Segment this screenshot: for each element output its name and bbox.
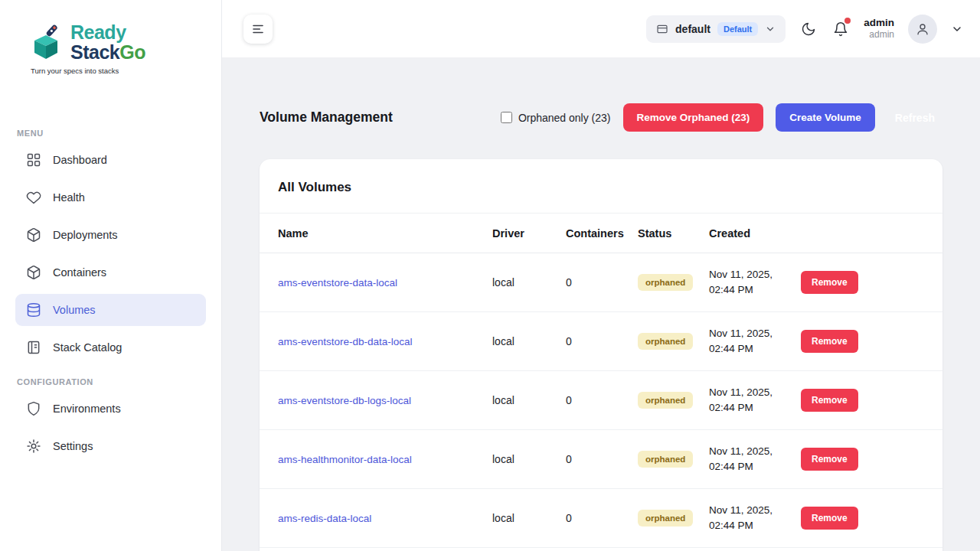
status-badge: orphaned — [638, 392, 693, 409]
sidebar-toggle-button[interactable] — [243, 15, 273, 44]
table-header-row: Name Driver Containers Status Created — [260, 214, 942, 253]
remove-orphaned-button[interactable]: Remove Orphaned (23) — [623, 103, 764, 132]
environment-name: default — [675, 23, 710, 35]
theme-toggle-button[interactable] — [799, 20, 818, 38]
orphaned-only-checkbox[interactable] — [501, 112, 512, 123]
sidebar-item-label: Settings — [53, 440, 93, 452]
volume-name-link[interactable]: ams-redis-data-local — [278, 513, 371, 524]
brand-tagline: Turn your specs into stacks — [29, 67, 206, 75]
all-volumes-card: All Volumes Name Driver Containers Statu… — [260, 159, 942, 551]
package-icon — [26, 227, 41, 243]
sidebar-item-label: Environments — [53, 403, 121, 415]
column-header-driver: Driver — [492, 227, 566, 240]
user-role: admin — [864, 29, 894, 41]
table-row: ams-eventstore-db-logs-local local 0 orp… — [260, 371, 942, 430]
database-icon — [26, 302, 41, 318]
volume-containers: 0 — [566, 512, 638, 524]
sidebar-item-label: Deployments — [53, 229, 118, 241]
volume-containers: 0 — [566, 276, 638, 289]
sidebar-item-health[interactable]: Health — [15, 181, 206, 214]
environment-icon — [656, 23, 668, 35]
volume-driver: local — [492, 512, 566, 524]
remove-volume-button[interactable]: Remove — [801, 330, 858, 353]
chevron-down-icon — [765, 24, 776, 34]
user-meta: admin admin — [864, 17, 894, 41]
main-area: default Default — [222, 0, 980, 551]
chevron-down-icon — [951, 23, 963, 35]
create-volume-button[interactable]: Create Volume — [776, 103, 875, 132]
volume-name-link[interactable]: ams-eventstore-db-logs-local — [278, 395, 411, 406]
container-icon — [26, 265, 41, 280]
volume-driver: local — [492, 276, 566, 289]
topbar: default Default — [222, 0, 980, 57]
status-badge: orphaned — [638, 274, 693, 291]
refresh-button[interactable]: Refresh — [887, 103, 942, 132]
brand-name-go: Go — [119, 41, 145, 63]
volume-containers: 0 — [566, 394, 638, 406]
volume-name-link[interactable]: ams-eventstore-data-local — [278, 277, 397, 289]
volume-containers: 0 — [566, 335, 638, 347]
volume-created: Nov 11, 2025,02:44 PM — [709, 326, 801, 357]
shield-icon — [26, 401, 41, 416]
status-badge: orphaned — [638, 451, 693, 468]
remove-volume-button[interactable]: Remove — [801, 389, 858, 412]
hamburger-icon — [251, 22, 265, 36]
bell-icon — [833, 21, 848, 37]
sidebar-item-label: Volumes — [53, 304, 96, 316]
gear-icon — [26, 439, 41, 454]
sidebar-item-dashboard[interactable]: Dashboard — [15, 144, 206, 176]
column-header-name: Name — [278, 227, 492, 240]
brand-name-ready: Ready — [70, 21, 126, 43]
volume-containers: 0 — [566, 453, 638, 465]
table-row: ams-eventstore-db-data-local local 0 orp… — [260, 312, 942, 371]
heart-icon — [26, 190, 41, 205]
card-title: All Volumes — [260, 159, 942, 214]
volume-name-link[interactable]: ams-eventstore-db-data-local — [278, 336, 413, 347]
column-header-created: Created — [709, 227, 801, 240]
notification-dot — [844, 18, 851, 24]
sidebar: Ready StackGo Turn your specs into stack… — [0, 0, 222, 551]
page-title: Volume Management — [260, 109, 393, 126]
remove-volume-button[interactable]: Remove — [801, 507, 858, 530]
status-badge: orphaned — [638, 510, 693, 527]
volume-name-link[interactable]: ams-healthmonitor-data-local — [278, 454, 412, 465]
environment-selector[interactable]: default Default — [646, 15, 786, 43]
sidebar-item-stack-catalog[interactable]: Stack Catalog — [15, 331, 206, 364]
column-header-status: Status — [638, 227, 709, 240]
sidebar-item-environments[interactable]: Environments — [15, 393, 206, 425]
sidebar-section-menu: MENU — [17, 129, 221, 138]
sidebar-item-volumes[interactable]: Volumes — [15, 294, 206, 326]
volume-created: Nov 11, 2025,02:44 PM — [709, 503, 801, 534]
avatar[interactable] — [908, 15, 937, 44]
page-header: Volume Management Orphaned only (23) Rem… — [260, 103, 942, 132]
table-row: ams-redis-data-local local 0 orphaned No… — [260, 489, 942, 548]
brand-logo: Ready StackGo Turn your specs into stack… — [0, 0, 221, 80]
brand-name: Ready StackGo — [70, 23, 145, 62]
moon-icon — [801, 21, 816, 37]
sidebar-item-label: Stack Catalog — [53, 341, 122, 354]
user-name: admin — [864, 17, 894, 30]
environment-default-badge: Default — [717, 22, 758, 36]
sidebar-item-label: Health — [53, 191, 85, 204]
table-row: ams-eventstore-data-local local 0 orphan… — [260, 253, 942, 312]
sidebar-item-deployments[interactable]: Deployments — [15, 219, 206, 251]
volume-created: Nov 11, 2025,02:44 PM — [709, 444, 801, 475]
remove-volume-button[interactable]: Remove — [801, 271, 858, 294]
person-icon — [916, 22, 929, 36]
sidebar-item-label: Containers — [53, 266, 106, 279]
volume-created: Nov 11, 2025,02:44 PM — [709, 385, 801, 416]
status-badge: orphaned — [638, 333, 693, 350]
volume-driver: local — [492, 394, 566, 406]
notifications-button[interactable] — [831, 20, 850, 38]
brand-cube-rocket-icon — [28, 24, 63, 62]
volume-created: Nov 11, 2025,02:44 PM — [709, 267, 801, 298]
orphaned-only-filter[interactable]: Orphaned only (23) — [501, 112, 611, 124]
sidebar-item-settings[interactable]: Settings — [15, 430, 206, 462]
user-menu-chevron[interactable] — [951, 23, 963, 35]
app-root: Ready StackGo Turn your specs into stack… — [0, 0, 980, 551]
sidebar-item-containers[interactable]: Containers — [15, 256, 206, 289]
grid-icon — [26, 152, 41, 168]
catalog-icon — [26, 340, 41, 355]
remove-volume-button[interactable]: Remove — [801, 448, 858, 471]
table-row: ams-healthmonitor-data-local local 0 orp… — [260, 430, 942, 489]
